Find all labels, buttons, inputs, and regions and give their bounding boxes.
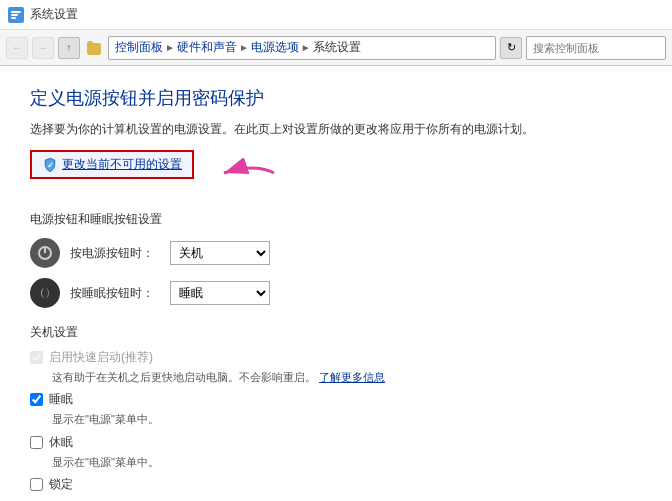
- power-button-label: 按电源按钮时：: [70, 245, 160, 262]
- power-section-title: 电源按钮和睡眠按钮设置: [30, 211, 642, 228]
- hibernate-row: 休眠: [30, 434, 642, 451]
- power-button-row: 按电源按钮时： 关机 睡眠 不执行任何操作: [30, 238, 642, 268]
- fast-startup-label: 启用快速启动(推荐): [49, 349, 153, 366]
- address-path: 控制面板 ► 硬件和声音 ► 电源选项 ► 系统设置: [108, 36, 496, 60]
- sleep-shutdown-row: 睡眠: [30, 391, 642, 408]
- sleep-button-label: 按睡眠按钮时：: [70, 285, 160, 302]
- pink-arrow-icon: [204, 158, 284, 188]
- lock-row: 锁定: [30, 476, 642, 493]
- sleep-shutdown-label: 睡眠: [49, 391, 73, 408]
- page-title: 定义电源按钮并启用密码保护: [30, 86, 642, 110]
- path-hardware[interactable]: 硬件和声音: [177, 39, 237, 56]
- path-current: 系统设置: [313, 39, 361, 56]
- change-settings-row: ✓ 更改当前不可用的设置: [30, 150, 642, 195]
- sleep-button-icon: [30, 278, 60, 308]
- fast-startup-row: 启用快速启动(推荐): [30, 349, 642, 366]
- path-separator-2: ►: [239, 42, 249, 53]
- path-separator-1: ►: [165, 42, 175, 53]
- shutdown-section: 关机设置 启用快速启动(推荐) 这有助于在关机之后更快地启动电脑。不会影响重启。…: [30, 324, 642, 493]
- main-content: 定义电源按钮并启用密码保护 选择要为你的计算机设置的电源设置。在此页上对设置所做…: [0, 66, 672, 501]
- shutdown-section-title: 关机设置: [30, 324, 642, 341]
- learn-more-link[interactable]: 了解更多信息: [319, 371, 385, 383]
- lock-checkbox[interactable]: [30, 478, 43, 491]
- path-separator-3: ►: [301, 42, 311, 53]
- power-button-icon: [30, 238, 60, 268]
- sleep-shutdown-desc: 显示在"电源"菜单中。: [52, 412, 642, 427]
- svg-rect-1: [11, 11, 21, 13]
- lock-label: 锁定: [49, 476, 73, 493]
- refresh-button[interactable]: ↻: [500, 37, 522, 59]
- path-power-options[interactable]: 电源选项: [251, 39, 299, 56]
- title-text: 系统设置: [30, 6, 78, 23]
- hibernate-label: 休眠: [49, 434, 73, 451]
- shield-icon: ✓: [42, 157, 58, 173]
- svg-text:✓: ✓: [47, 161, 54, 170]
- power-button-select[interactable]: 关机 睡眠 不执行任何操作: [170, 241, 270, 265]
- search-input[interactable]: [526, 36, 666, 60]
- window-icon: [8, 7, 24, 23]
- change-settings-label: 更改当前不可用的设置: [62, 156, 182, 173]
- svg-rect-3: [11, 17, 16, 19]
- path-control-panel[interactable]: 控制面板: [115, 39, 163, 56]
- forward-button[interactable]: →: [32, 37, 54, 59]
- svg-rect-2: [11, 14, 18, 16]
- page-description: 选择要为你的计算机设置的电源设置。在此页上对设置所做的更改将应用于你所有的电源计…: [30, 120, 642, 138]
- sleep-button-row: 按睡眠按钮时： 睡眠 关机 不执行任何操作: [30, 278, 642, 308]
- sleep-shutdown-checkbox[interactable]: [30, 393, 43, 406]
- title-bar: 系统设置: [0, 0, 672, 30]
- address-bar: ← → ↑ 控制面板 ► 硬件和声音 ► 电源选项 ► 系统设置 ↻: [0, 30, 672, 66]
- back-button[interactable]: ←: [6, 37, 28, 59]
- folder-icon: [84, 38, 104, 58]
- sleep-button-select[interactable]: 睡眠 关机 不执行任何操作: [170, 281, 270, 305]
- hibernate-desc: 显示在"电源"菜单中。: [52, 455, 642, 470]
- fast-startup-desc: 这有助于在关机之后更快地启动电脑。不会影响重启。 了解更多信息: [52, 370, 642, 385]
- change-settings-button[interactable]: ✓ 更改当前不可用的设置: [30, 150, 194, 179]
- hibernate-checkbox[interactable]: [30, 436, 43, 449]
- up-button[interactable]: ↑: [58, 37, 80, 59]
- fast-startup-checkbox[interactable]: [30, 351, 43, 364]
